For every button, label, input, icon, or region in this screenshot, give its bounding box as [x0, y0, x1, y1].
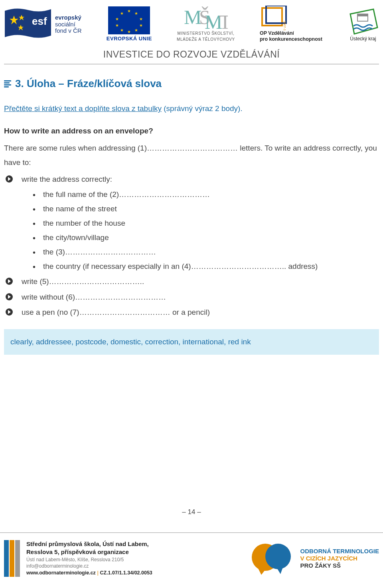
footer-school-2: Resslova 5, příspěvková organizace: [26, 548, 152, 556]
word-bank: clearly, addressee, postcode, domestic, …: [4, 329, 379, 355]
msmt-caption-1: MINISTERSTVO ŠKOLSTVÍ,: [178, 31, 235, 36]
header-rule: [4, 64, 379, 64]
sub-item-4: the city/town/village: [33, 230, 379, 245]
exercise-intro: There are some rules when addressing (1)…: [4, 141, 379, 170]
sub-item-2: the name of the street: [33, 202, 379, 216]
logo-row: esf evropský sociální fond v ČR ★ ★ ★ ★ …: [4, 5, 379, 42]
arrow-item-4: use a pen (no (7)……………………………… or a penci…: [6, 305, 379, 320]
footer-sep: |: [96, 570, 100, 576]
footer-code: CZ.1.07/1.1.34/02.0053: [100, 570, 152, 576]
footer-ot2: V CIZÍCH JAZYCÍCH: [300, 555, 379, 562]
page-number: – 14 –: [0, 508, 383, 516]
esf-text: evropský sociální fond v ČR: [55, 14, 82, 34]
arrow-item-2: write (5)………………………………..: [6, 274, 379, 289]
svg-rect-16: [15, 540, 20, 577]
msmt-icon: M Š M T: [184, 5, 228, 30]
eu-logo: ★ ★ ★ ★ ★ ★ ★ ★ ★ ★ EVROPSKÁ UNIE: [107, 6, 152, 42]
sub-item-5: the (3)………………………………: [33, 245, 379, 259]
sub-list: the full name of the (2)……………………………… the…: [22, 187, 379, 274]
svg-rect-15: [10, 540, 14, 577]
arrow-item-1-text: write the address correctly:: [22, 175, 112, 183]
section-title-text: 3. Úloha – Fráze/klíčová slova: [15, 74, 162, 93]
svg-text:T: T: [219, 11, 228, 30]
opv-logo: 2007-13 OP Vzdělávání pro konkurencescho…: [260, 6, 322, 42]
section-title: 3. Úloha – Fráze/klíčová slova: [4, 74, 379, 93]
kraj-icon: [347, 8, 379, 36]
instruction-underlined: Přečtěte si krátký text a doplňte slova …: [4, 104, 162, 113]
footer-school-1: Střední průmyslová škola, Ústí nad Labem…: [26, 540, 152, 548]
opv-line2: pro konkurenceschopnost: [260, 36, 322, 42]
footer-url-row: www.odbornaterminologie.cz | CZ.1.07/1.1…: [26, 569, 152, 576]
instruction-line: Přečtěte si krátký text a doplňte slova …: [4, 101, 379, 116]
footer-url: www.odbornaterminologie.cz: [26, 570, 96, 576]
esf-line1: evropský: [55, 14, 82, 21]
svg-point-19: [265, 544, 291, 569]
arrow-item-3: write without (6)………………………………: [6, 290, 379, 304]
opv-line1: OP Vzdělávání: [260, 30, 294, 36]
esf-icon: esf: [4, 7, 52, 42]
svg-rect-14: [4, 540, 9, 577]
exercise-heading: How to write an address on an envelope?: [4, 124, 379, 138]
footer-ot1: ODBORNÁ TERMINOLOGIE: [300, 548, 379, 555]
footer-email: info@odbornaterminologie.cz: [26, 563, 152, 569]
instruction-rest: (správný výraz 2 body).: [162, 104, 243, 113]
speech-bubbles-icon: [249, 540, 293, 576]
arrow-item-1: write the address correctly: the full na…: [6, 172, 379, 274]
svg-marker-20: [276, 565, 284, 574]
footer-ot3: PRO ŽÁKY SŠ: [300, 562, 379, 569]
arrow-list: write the address correctly: the full na…: [4, 172, 379, 320]
footer-school-block: Střední průmyslová škola, Ústí nad Labem…: [26, 540, 152, 576]
sub-item-3: the number of the house: [33, 216, 379, 230]
msmt-caption-2: MLÁDEŽE A TĚLOVÝCHOVY: [177, 37, 235, 42]
footer-ot-text: ODBORNÁ TERMINOLOGIE V CIZÍCH JAZYCÍCH P…: [300, 548, 379, 569]
kraj-caption: Ústecký kraj: [350, 36, 376, 42]
kraj-logo: Ústecký kraj: [347, 8, 379, 42]
opv-icon: 2007-13: [260, 6, 288, 30]
header-tagline: INVESTICE DO ROZVOJE VZDĚLÁVÁNÍ: [4, 49, 379, 60]
svg-text:2007-13: 2007-13: [283, 21, 286, 30]
main-content: 3. Úloha – Fráze/klíčová slova Přečtěte …: [0, 74, 383, 355]
list-icon: [4, 80, 11, 87]
sub-item-1: the full name of the (2)………………………………: [33, 187, 379, 202]
page-footer: Střední průmyslová škola, Ústí nad Labem…: [0, 532, 383, 588]
msmt-logo: M Š M T MINISTERSTVO ŠKOLSTVÍ, MLÁDEŽE A…: [177, 5, 235, 42]
eu-caption: EVROPSKÁ UNIE: [107, 36, 152, 42]
eu-flag-icon: ★ ★ ★ ★ ★ ★ ★ ★ ★ ★: [108, 6, 150, 34]
footer-left: Střední průmyslová škola, Ústí nad Labem…: [4, 540, 152, 577]
svg-marker-18: [257, 567, 267, 575]
esf-line3: fond v ČR: [55, 28, 82, 34]
esf-logo: esf evropský sociální fond v ČR: [4, 7, 82, 42]
footer-address: Ústí nad Labem-Město, Klíše, Resslova 21…: [26, 556, 152, 563]
page-header: esf evropský sociální fond v ČR ★ ★ ★ ★ …: [0, 0, 383, 64]
svg-rect-13: [357, 14, 368, 16]
esf-line2: sociální: [55, 21, 82, 28]
footer-right: ODBORNÁ TERMINOLOGIE V CIZÍCH JAZYCÍCH P…: [249, 540, 379, 576]
sub-item-6: the country (if necessary especially in …: [33, 259, 379, 274]
svg-text:esf: esf: [32, 15, 47, 27]
footer-stripe-icon: [4, 540, 21, 577]
